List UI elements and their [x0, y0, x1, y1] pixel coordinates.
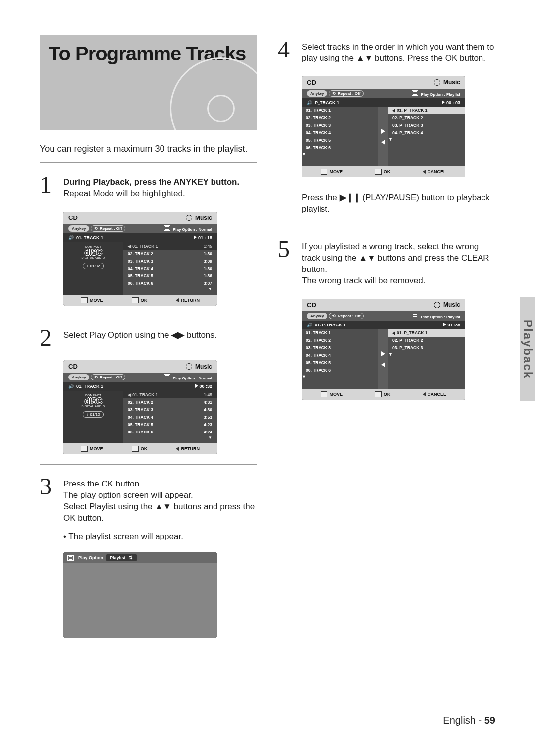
track-row: 04. P_TRACK 4: [388, 129, 465, 137]
track-row: 06. TRACK 6: [302, 367, 378, 374]
source-track-list: 01. TRACK 102. TRACK 203. TRACK 304. TRA…: [302, 107, 378, 166]
osd-cd: CD: [68, 214, 78, 221]
anykey-chip: Anykey: [307, 90, 327, 97]
track-counter: ♪01/32: [83, 263, 103, 269]
intro-text: You can register a maximum 30 tracks in …: [40, 143, 257, 155]
step-number: 2: [40, 327, 56, 348]
current-track: 01. P-TRACK 1: [315, 323, 346, 327]
track-row: 02. P_TRACK 2: [388, 114, 465, 122]
cancel-key-icon: [423, 392, 426, 396]
track-row: 06. TRACK 6: [302, 144, 378, 152]
list-icon: [412, 313, 418, 318]
track-row: 04. TRACK 4: [302, 352, 378, 359]
arrow-left-icon: [381, 362, 385, 367]
return-key-icon: [176, 298, 179, 302]
play-option-value: Playlist: [110, 555, 126, 560]
track-row: 02. P_TRACK 2: [388, 337, 465, 344]
track-row: 06. TRACK 63:07: [123, 279, 217, 287]
title-banner: To Programme Tracks: [40, 35, 257, 130]
osd-cd: CD: [307, 301, 316, 309]
track-counter: ♪01/12: [83, 411, 103, 418]
step-text: If you playlisted a wrong track, select …: [302, 238, 495, 287]
play-option-label: Play Option : Playlist: [421, 92, 460, 97]
elapsed-time: 00 :32: [199, 384, 212, 389]
track-row: 03. TRACK 3: [302, 344, 378, 352]
playlist-track-list: 01. P_TRACK 102. P_TRACK 203. P_TRACK 30…: [388, 107, 465, 166]
step-number: 3: [40, 476, 56, 524]
arrow-right-icon: [381, 351, 385, 356]
ok-key-icon: [375, 391, 382, 397]
step-text: Press the OK button. The play option scr…: [63, 476, 257, 524]
speaker-icon: 🔊: [307, 323, 312, 327]
step-4-note: Press the ▶❙❙ (PLAY/PAUSE) button to pla…: [302, 189, 495, 215]
anykey-chip: Anykey: [68, 374, 89, 380]
step-1: 1 During Playback, press the ANYKEY butt…: [40, 174, 257, 200]
playlist-track-list: 01. P_TRACK 102. P_TRACK 203. P_TRACK 3▼: [388, 329, 465, 389]
ok-label: OK: [141, 446, 148, 451]
osd-music: Music: [195, 363, 212, 370]
speaker-icon: 🔊: [68, 235, 74, 240]
track-row: 05. TRACK 54:23: [123, 421, 217, 428]
list-icon: [164, 374, 170, 379]
step-2: 2 Select Play Option using the ◀▶ button…: [40, 327, 257, 348]
cancel-label: CANCEL: [428, 392, 446, 397]
play-icon: [195, 384, 198, 388]
repeat-icon: ⟲: [332, 91, 336, 96]
osd-music: Music: [195, 215, 212, 221]
ok-label: OK: [384, 169, 391, 174]
elapsed-time: 01 : 18: [198, 235, 212, 240]
track-row: 02. TRACK 24:31: [123, 398, 217, 406]
move-label: MOVE: [329, 169, 343, 174]
step-line: Repeat Mode will be highlighted.: [63, 189, 185, 198]
repeat-icon: ⟲: [94, 375, 98, 379]
step-text: During Playback, press the ANYKEY button…: [63, 174, 239, 200]
move-key-icon: [321, 391, 327, 397]
return-key-icon: [176, 447, 179, 451]
step-number: 5: [278, 238, 295, 287]
step-number: 4: [278, 39, 295, 64]
osd-music: Music: [443, 301, 460, 308]
play-icon: [443, 323, 446, 326]
divider: [40, 162, 257, 163]
track-row: 03. TRACK 33:09: [123, 257, 217, 265]
ok-label: OK: [141, 298, 148, 303]
step-3: 3 Press the OK button. The play option s…: [40, 476, 257, 524]
updown-icon: ⇅: [129, 555, 133, 560]
speaker-icon: 🔊: [68, 384, 74, 389]
arrow-left-icon: [381, 140, 385, 145]
move-label: MOVE: [90, 298, 103, 303]
track-row: 04. TRACK 4: [302, 129, 378, 137]
divider: [278, 223, 495, 223]
list-icon: [67, 555, 74, 561]
move-label: MOVE: [90, 446, 103, 451]
track-row: 01. TRACK 1: [302, 329, 378, 337]
section-tab-label: Playback: [521, 320, 535, 379]
ok-key-icon: [132, 446, 139, 452]
track-row: 03. P_TRACK 3: [388, 122, 465, 129]
speaker-icon: 🔊: [307, 100, 312, 105]
osd-cd: CD: [307, 79, 316, 86]
divider: [278, 410, 495, 410]
step-number: 1: [40, 174, 56, 200]
osd-cd-music-1: CD Music Anykey ⟲ Repeat : Off Play Opti…: [63, 212, 217, 306]
up-down-glyph: ▲▼: [356, 54, 373, 63]
arrow-right-icon: [381, 129, 385, 134]
track-row: 03. TRACK 34:30: [123, 406, 217, 413]
track-row: ◀ 01. TRACK 11:45: [123, 391, 217, 398]
section-tab: Playback: [520, 297, 535, 401]
track-row: 05. TRACK 5: [302, 137, 378, 144]
play-option-label: Play Option : Normal: [173, 376, 212, 380]
track-row: 02. TRACK 2: [302, 114, 378, 122]
compact-disc-logo: COMPACT dISC DIGITAL AUDIO: [76, 245, 110, 260]
footer-language: English: [443, 715, 476, 726]
current-track: 01. TRACK 1: [76, 384, 103, 389]
repeat-icon: ⟲: [94, 226, 98, 231]
disc-icon: [186, 363, 192, 370]
current-track: 01. TRACK 1: [76, 235, 103, 240]
track-row: 01. P_TRACK 1: [388, 329, 465, 337]
anykey-chip: Anykey: [68, 225, 89, 232]
track-row: 05. TRACK 51:36: [123, 272, 217, 279]
footer-page-number: 59: [484, 715, 495, 726]
track-row: 05. TRACK 5: [302, 359, 378, 367]
page-footer: English - 59: [40, 715, 495, 726]
